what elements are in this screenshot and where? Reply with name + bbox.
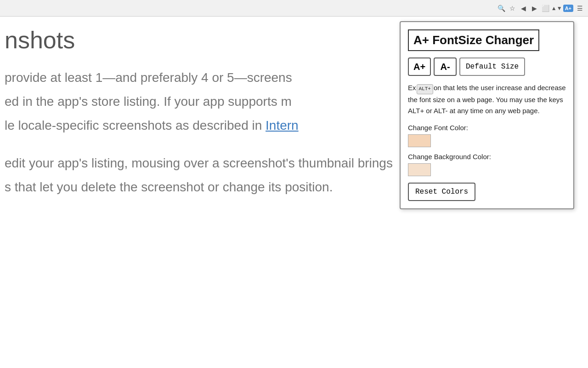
reset-colors-label: Reset Colors: [415, 188, 468, 196]
page-content: nshots provide at least 1—and preferably…: [0, 17, 588, 368]
window-icon[interactable]: ⬜: [541, 4, 550, 13]
decrease-font-label: A-: [440, 62, 450, 72]
default-size-button[interactable]: Default Size: [459, 58, 525, 76]
popup-title: A+ FontSize Changer: [408, 29, 566, 51]
decrease-font-button[interactable]: A-: [434, 58, 457, 76]
alt-badge: ALT+: [417, 84, 433, 94]
search-icon[interactable]: 🔍: [497, 4, 506, 13]
star-icon[interactable]: ☆: [508, 4, 517, 13]
menu-icon[interactable]: ☰: [575, 4, 584, 13]
body-line-4-link[interactable]: Intern: [266, 118, 299, 132]
fontsize-changer-popup: A+ FontSize Changer A+ A- Default Size E…: [400, 21, 574, 209]
font-color-picker[interactable]: [408, 134, 431, 147]
increase-font-button[interactable]: A+: [408, 58, 431, 76]
browser-toolbar: 🔍 ☆ ◀ ▶ ⬜ ▲▼ A+ ☰: [0, 0, 588, 17]
description-text-before: Ex: [408, 84, 416, 92]
extension-icon[interactable]: A+: [563, 5, 573, 12]
bg-color-label: Change Background Color:: [408, 153, 566, 161]
font-color-label: Change Font Color:: [408, 124, 566, 132]
bg-color-picker[interactable]: [408, 163, 431, 176]
back-icon[interactable]: ◀: [519, 4, 528, 13]
increase-font-label: A+: [413, 62, 425, 72]
body-line-4-text: le locale-specific screenshots as descri…: [5, 118, 266, 132]
arrows-icon[interactable]: ▲▼: [552, 4, 561, 13]
popup-controls-row: A+ A- Default Size: [408, 58, 566, 76]
default-size-label: Default Size: [466, 63, 519, 71]
forward-icon[interactable]: ▶: [530, 4, 539, 13]
popup-description: ExALT+on that lets the user increase and…: [408, 82, 566, 116]
reset-colors-button[interactable]: Reset Colors: [408, 183, 475, 201]
